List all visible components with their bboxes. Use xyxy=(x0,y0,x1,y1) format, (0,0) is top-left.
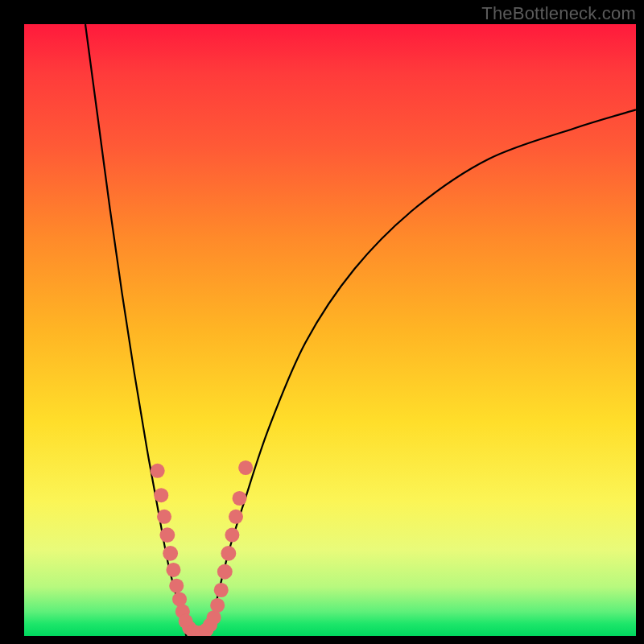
curve-marker xyxy=(169,579,184,593)
curve-marker xyxy=(157,510,171,524)
curve-marker xyxy=(166,563,180,577)
chart-frame: TheBottleneck.com xyxy=(0,0,644,644)
curve-marker xyxy=(207,610,221,625)
watermark-text: TheBottleneck.com xyxy=(481,3,636,24)
curve-marker xyxy=(163,546,178,561)
curve-marker xyxy=(214,583,229,597)
chart-svg xyxy=(24,24,636,636)
curve-marker xyxy=(238,460,253,475)
curve-marker xyxy=(225,528,239,543)
curve-marker xyxy=(159,527,175,543)
curve-left xyxy=(85,24,186,636)
curve-marker xyxy=(210,598,225,613)
chart-plot-area xyxy=(24,24,636,636)
curve-marker xyxy=(229,510,243,524)
curve-marker xyxy=(217,564,233,580)
curve-marker xyxy=(154,488,168,502)
curve-marker xyxy=(172,592,187,606)
curve-markers xyxy=(151,460,253,636)
curve-marker xyxy=(221,546,236,561)
curve-right xyxy=(208,109,636,636)
curve-marker xyxy=(233,491,247,506)
curve-marker xyxy=(151,464,165,478)
